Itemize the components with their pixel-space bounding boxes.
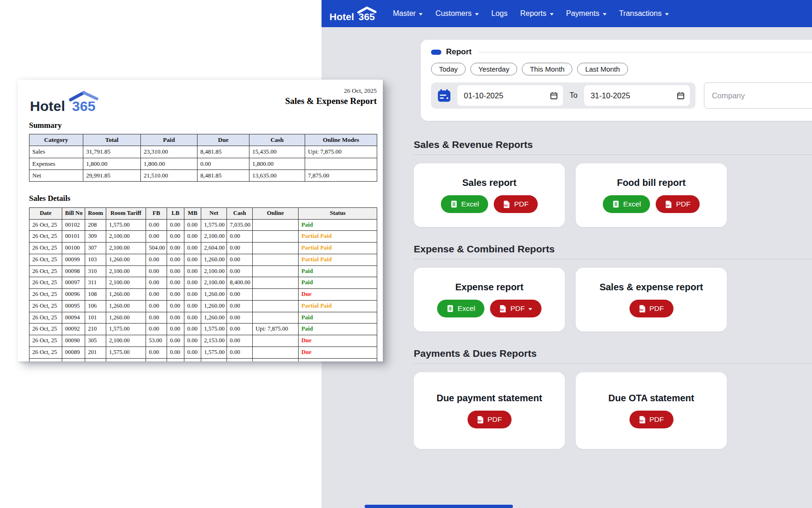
nav-item-master[interactable]: Master — [393, 9, 423, 18]
card-title: Sales & expense report — [600, 282, 703, 293]
summary-table: CategoryTotalPaidDueCashOnline ModesSale… — [29, 134, 377, 182]
pdf-file-icon: PDF — [639, 305, 646, 313]
cell: 1,260.00 — [106, 312, 146, 324]
end-date-input[interactable] — [584, 85, 690, 106]
quick-range-today[interactable]: Today — [431, 63, 466, 75]
cell: 23,310.00 — [141, 146, 198, 158]
card-title: Due OTA statement — [608, 393, 694, 404]
cell: 201 — [85, 346, 106, 358]
table-row: Sales31,791.8523,310.008,481.8515,435.00… — [29, 146, 377, 158]
pdf-download-button[interactable]: PDFPDF — [656, 195, 700, 213]
nav-item-reports[interactable]: Reports — [520, 9, 553, 18]
cell: 2,153.00 — [201, 335, 227, 347]
start-date-field[interactable] — [457, 85, 563, 106]
cell: 1,575.00 — [201, 219, 227, 231]
cell: 1,575.00 — [201, 346, 227, 358]
section-payments-dues-reports: Payments & Dues ReportsDue payment state… — [414, 347, 812, 449]
cell: 1,260.00 — [106, 289, 146, 301]
date-picker-icon[interactable] — [677, 92, 685, 100]
cell: 1,800.00 — [141, 158, 198, 169]
pdf-download-button[interactable]: PDFPDF — [629, 411, 673, 428]
button-row: ExcelPDFPDF — [603, 195, 700, 213]
cell: Expenses — [29, 158, 83, 169]
cell: 0.00 — [184, 243, 201, 254]
end-date-field[interactable] — [584, 85, 690, 106]
table-row: Net29,991.8521,510.008,481.8513,635.007,… — [29, 169, 377, 181]
section-title: Payments & Dues Reports — [414, 347, 812, 364]
cell: 26 Oct, 25 — [29, 219, 62, 231]
cell: 0.00 — [227, 254, 253, 265]
cell: 0.00 — [198, 158, 249, 169]
card-row: Sales reportExcelPDFPDFFood bill reportE… — [414, 163, 812, 227]
quick-range-yesterday[interactable]: Yesterday — [470, 63, 517, 75]
cell — [184, 358, 201, 361]
cell: 8,400.00 — [227, 277, 253, 289]
cell: 310 — [85, 265, 106, 277]
table-row: 26 Oct, 25000983102,100.000.000.000.002,… — [29, 265, 377, 277]
section-sales-revenue-reports: Sales & Revenue ReportsSales reportExcel… — [414, 139, 812, 227]
nav-item-label: Reports — [520, 9, 546, 18]
date-picker-icon[interactable] — [550, 92, 558, 100]
button-label: Excel — [461, 200, 479, 208]
column-header: Paid — [141, 134, 198, 146]
column-header: Net — [201, 208, 227, 220]
cell: 21,510.00 — [141, 169, 198, 181]
cell: 0.00 — [146, 231, 167, 243]
cell — [253, 300, 299, 312]
cell: 0.00 — [167, 289, 184, 301]
cell: 0.00 — [184, 289, 201, 301]
table-row: 26 Oct, 25001022081,575.000.000.000.001,… — [29, 219, 377, 231]
nav-item-payments[interactable]: Payments — [566, 9, 607, 18]
column-header: MB — [184, 208, 201, 220]
button-label: PDF — [510, 304, 525, 313]
table-row: Expenses1,800.001,800.000.001,800.00 — [29, 158, 377, 169]
pdf-download-button[interactable]: PDFPDF — [494, 195, 538, 213]
quick-range-this-month[interactable]: This Month — [522, 63, 572, 75]
cell: 00099 — [62, 254, 85, 265]
horizontal-scrollbar[interactable] — [365, 505, 513, 508]
excel-download-button[interactable]: Excel — [603, 195, 651, 213]
pdf-download-button[interactable]: PDFPDF — [468, 411, 512, 428]
cell — [253, 358, 299, 361]
company-select-label: Company — [712, 91, 745, 100]
button-row: PDFPDF — [468, 411, 512, 428]
cell — [253, 289, 299, 301]
cell: 0.00 — [146, 289, 167, 301]
company-select[interactable]: Company — [704, 82, 812, 109]
cell — [62, 358, 85, 361]
column-header: Room — [85, 208, 106, 220]
excel-download-button[interactable]: Excel — [441, 195, 489, 213]
cell: 00090 — [62, 335, 85, 347]
cell: 00097 — [62, 277, 85, 289]
nav-item-logs[interactable]: Logs — [491, 9, 508, 18]
pdf-file-icon: PDF — [477, 416, 484, 424]
report-card-expense-report: Expense reportExcelPDFPDF — [414, 268, 565, 331]
table-row: 26 Oct, 25000973112,100.000.000.000.002,… — [29, 277, 377, 289]
column-header: FB — [146, 208, 167, 220]
column-header: Online Modes — [305, 134, 377, 146]
nav-item-transactions[interactable]: Transactions — [619, 9, 669, 18]
cell: 2,100.00 — [201, 231, 227, 243]
cell: 0.00 — [184, 254, 201, 265]
divider — [478, 52, 812, 52]
document-header: Hotel 365 26 Oct, 2025 Sales & Expense R… — [29, 86, 377, 113]
chevron-down-icon — [603, 13, 607, 15]
cell: Net — [29, 169, 83, 181]
pdf-download-button[interactable]: PDFPDF — [490, 300, 541, 317]
start-date-input[interactable] — [457, 85, 563, 106]
status-cell: Partial Paid — [299, 254, 377, 265]
header-row: DateBill NoRoomRoom TariffFBLBMBNetCashO… — [29, 208, 377, 220]
table-row: 26 Oct, 25001013092,100.000.000.000.002,… — [29, 231, 377, 243]
status-cell: Partial Paid — [299, 231, 377, 243]
nav-item-label: Master — [393, 9, 416, 18]
cell: 1,260.00 — [201, 312, 227, 324]
pdf-download-button[interactable]: PDFPDF — [629, 300, 673, 317]
excel-download-button[interactable]: Excel — [437, 300, 485, 317]
brand-logo[interactable]: Hotel 365 — [329, 6, 377, 22]
cell: 305 — [85, 335, 106, 347]
app-panel: Hotel 365 MasterCustomersLogsReportsPaym… — [322, 0, 812, 508]
cell: 26 Oct, 25 — [29, 300, 62, 312]
cell: 0.00 — [167, 346, 184, 358]
nav-item-customers[interactable]: Customers — [435, 9, 478, 18]
quick-range-last-month[interactable]: Last Month — [577, 63, 628, 75]
